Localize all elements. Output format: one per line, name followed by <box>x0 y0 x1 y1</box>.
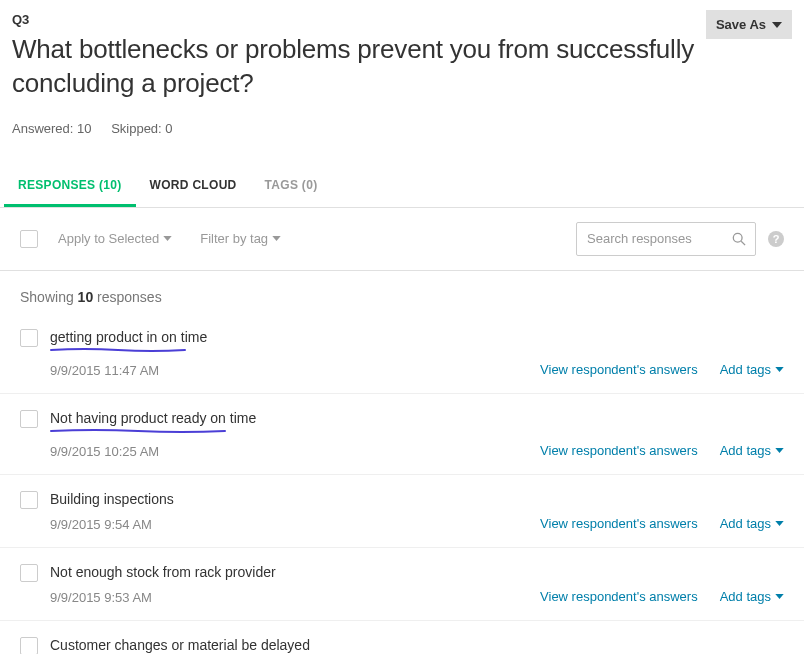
answered-count: Answered: 10 <box>12 121 92 136</box>
select-all-checkbox[interactable] <box>20 230 38 248</box>
add-tags-link[interactable]: Add tags <box>720 516 784 531</box>
response-checkbox[interactable] <box>20 410 38 428</box>
add-tags-link[interactable]: Add tags <box>720 443 784 458</box>
add-tags-link[interactable]: Add tags <box>720 362 784 377</box>
chevron-down-icon <box>775 521 784 526</box>
add-tags-link[interactable]: Add tags <box>720 589 784 604</box>
response-row: Not having product ready on time9/9/2015… <box>0 394 804 475</box>
question-title: What bottlenecks or problems prevent you… <box>12 33 792 101</box>
chevron-down-icon <box>775 367 784 372</box>
highlight-underline <box>50 428 226 434</box>
tabs: RESPONSES (10) WORD CLOUD TAGS (0) <box>0 166 804 208</box>
help-icon[interactable]: ? <box>768 231 784 247</box>
response-row: Not enough stock from rack provider9/9/2… <box>0 548 804 621</box>
response-text: Customer changes or material be delayed <box>50 637 784 653</box>
response-text: Not having product ready on time <box>50 410 784 426</box>
highlight-underline <box>50 347 186 353</box>
search-box <box>576 222 756 256</box>
response-row: getting product in on time9/9/2015 11:47… <box>0 313 804 394</box>
response-checkbox[interactable] <box>20 564 38 582</box>
question-number: Q3 <box>12 12 792 27</box>
chevron-down-icon <box>775 448 784 453</box>
response-checkbox[interactable] <box>20 637 38 654</box>
search-input[interactable] <box>576 222 756 256</box>
save-as-button[interactable]: Save As <box>706 10 792 39</box>
view-respondent-answers-link[interactable]: View respondent's answers <box>540 362 698 377</box>
skipped-count: Skipped: 0 <box>111 121 172 136</box>
response-checkbox[interactable] <box>20 491 38 509</box>
view-respondent-answers-link[interactable]: View respondent's answers <box>540 443 698 458</box>
chevron-down-icon <box>772 22 782 28</box>
view-respondent-answers-link[interactable]: View respondent's answers <box>540 516 698 531</box>
chevron-down-icon <box>272 236 281 241</box>
showing-count: Showing 10 responses <box>0 271 804 313</box>
tab-tags[interactable]: TAGS (0) <box>251 166 332 207</box>
response-row: Customer changes or material be delayed <box>0 621 804 654</box>
question-stats: Answered: 10 Skipped: 0 <box>12 121 792 136</box>
response-row: Building inspections9/9/2015 9:54 AMView… <box>0 475 804 548</box>
save-as-label: Save As <box>716 17 766 32</box>
response-text: Building inspections <box>50 491 784 507</box>
response-checkbox[interactable] <box>20 329 38 347</box>
responses-toolbar: Apply to Selected Filter by tag ? <box>0 208 804 271</box>
apply-to-selected-dropdown[interactable]: Apply to Selected <box>58 231 172 246</box>
response-text: getting product in on time <box>50 329 784 345</box>
filter-by-tag-dropdown[interactable]: Filter by tag <box>200 231 281 246</box>
view-respondent-answers-link[interactable]: View respondent's answers <box>540 589 698 604</box>
responses-list: getting product in on time9/9/2015 11:47… <box>0 313 804 654</box>
chevron-down-icon <box>163 236 172 241</box>
filter-by-tag-label: Filter by tag <box>200 231 268 246</box>
response-text: Not enough stock from rack provider <box>50 564 784 580</box>
tab-word-cloud[interactable]: WORD CLOUD <box>136 166 251 207</box>
tab-responses[interactable]: RESPONSES (10) <box>4 166 136 207</box>
apply-to-selected-label: Apply to Selected <box>58 231 159 246</box>
chevron-down-icon <box>775 594 784 599</box>
